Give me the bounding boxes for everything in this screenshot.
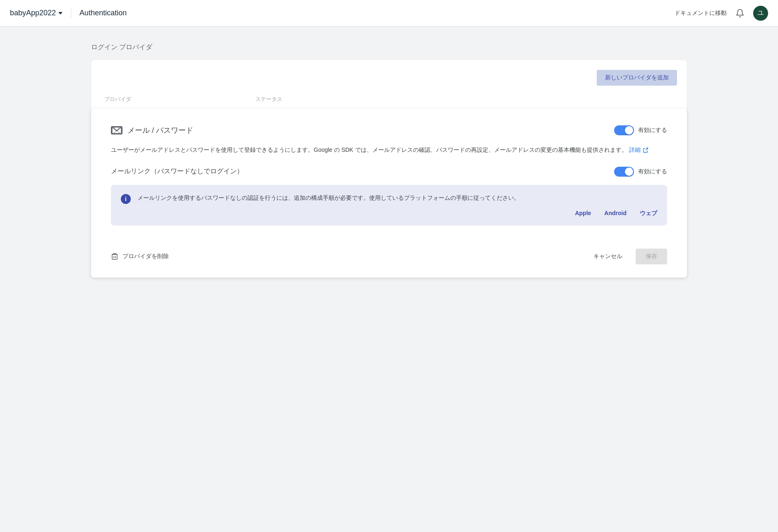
card-footer: プロバイダを削除 キャンセル 保存 [111, 237, 667, 264]
svg-rect-0 [112, 127, 121, 133]
info-message: メールリンクを使用するパスワードなしの認証を行うには、追加の構成手順が必要です。… [137, 193, 657, 203]
outer-card: 新しいプロバイダを追加 プロバイダ ステータス [91, 60, 687, 113]
email-password-description: ユーザーがメールアドレスとパスワードを使用して登録できるようにします。Googl… [111, 145, 667, 155]
email-link-toggle-group: 有効にする [614, 167, 667, 177]
android-link[interactable]: Android [604, 210, 627, 217]
info-box: i メールリンクを使用するパスワードなしの認証を行うには、追加の構成手順が必要で… [111, 185, 667, 225]
email-link-row: メールリンク（パスワードなしでログイン） 有効にする [111, 167, 667, 177]
email-link-toggle[interactable] [614, 167, 634, 177]
details-link[interactable]: 詳細 [629, 146, 649, 153]
header-separator [71, 8, 71, 18]
web-link[interactable]: ウェブ [640, 210, 657, 217]
header: babyApp2022 Authentication ドキュメントに移動 ユ [0, 0, 778, 26]
delete-provider-row[interactable]: プロバイダを削除 [111, 253, 169, 260]
email-password-toggle-label: 有効にする [638, 127, 667, 134]
table-headers: プロバイダ ステータス [101, 96, 677, 103]
outer-card-header: 新しいプロバイダを追加 [101, 70, 677, 86]
save-button[interactable]: 保存 [636, 249, 667, 264]
details-link-text: 詳細 [629, 146, 641, 153]
footer-actions: キャンセル 保存 [587, 249, 667, 264]
provider-column-header: プロバイダ [104, 96, 131, 103]
email-link-label: メールリンク（パスワードなしでログイン） [111, 167, 243, 176]
info-links: Apple Android ウェブ [137, 210, 657, 217]
page-title: Authentication [79, 9, 127, 17]
trash-icon [111, 253, 118, 260]
app-name[interactable]: babyApp2022 [10, 9, 62, 17]
email-link-toggle-label: 有効にする [638, 168, 667, 175]
description-text: ユーザーがメールアドレスとパスワードを使用して登録できるようにします。Googl… [111, 146, 627, 153]
delete-provider-label: プロバイダを削除 [122, 253, 169, 260]
apple-link[interactable]: Apple [575, 210, 591, 217]
avatar[interactable]: ユ [753, 6, 768, 21]
email-provider-card: メール / パスワード 有効にする ユーザーがメールアドレスとパスワードを使用し… [91, 109, 687, 278]
section-title: ログイン プロバイダ [91, 43, 687, 52]
info-text-content: メールリンクを使用するパスワードなしの認証を行うには、追加の構成手順が必要です。… [137, 193, 657, 217]
email-password-row: メール / パスワード 有効にする [111, 125, 667, 135]
main-content: ログイン プロバイダ 新しいプロバイダを追加 プロバイダ ステータス メール /… [0, 26, 778, 294]
header-left: babyApp2022 Authentication [10, 8, 127, 18]
app-name-text: babyApp2022 [10, 9, 56, 17]
svg-rect-1 [112, 254, 117, 259]
email-password-label: メール / パスワード [111, 125, 193, 135]
add-provider-button[interactable]: 新しいプロバイダを追加 [597, 70, 677, 86]
docs-link[interactable]: ドキュメントに移動 [675, 10, 727, 17]
bell-icon[interactable] [735, 8, 745, 18]
email-password-toggle-group: 有効にする [614, 125, 667, 135]
status-column-header: ステータス [255, 96, 282, 103]
email-password-text: メール / パスワード [127, 125, 193, 135]
chevron-down-icon [58, 12, 62, 14]
cancel-button[interactable]: キャンセル [587, 249, 629, 264]
header-right: ドキュメントに移動 ユ [675, 6, 768, 21]
email-password-toggle[interactable] [614, 125, 634, 135]
info-icon: i [121, 194, 131, 204]
email-icon [111, 126, 122, 134]
external-link-icon [643, 147, 648, 153]
